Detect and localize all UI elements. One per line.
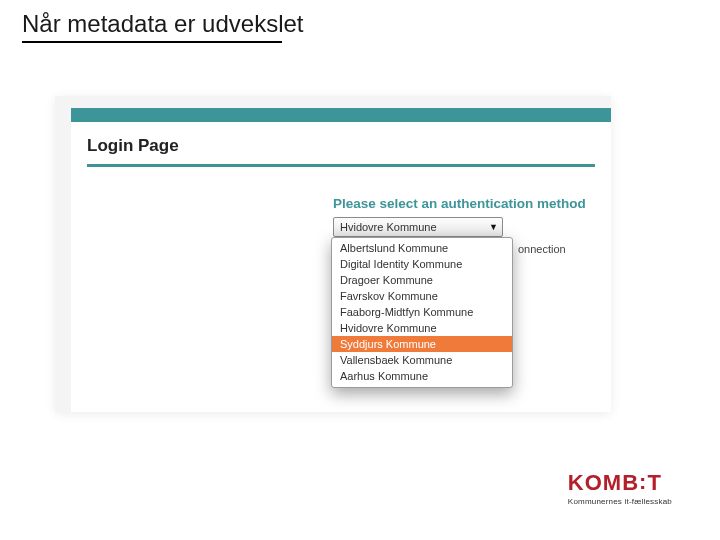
page-body: Login Page Please select an authenticati…: [71, 122, 611, 412]
app-topbar: [71, 108, 611, 122]
slide-title-underline: [22, 41, 282, 43]
auth-select-value: Hvidovre Kommune: [340, 221, 437, 233]
footer-logo: KOMB:T Kommunernes it-fællesskab: [568, 470, 672, 506]
auth-option[interactable]: Aarhus Kommune: [332, 368, 512, 384]
auth-option[interactable]: Vallensbaek Kommune: [332, 352, 512, 368]
auth-option[interactable]: Dragoer Kommune: [332, 272, 512, 288]
auth-select-wrap: Hvidovre Kommune ▼ onnection Albertslund…: [333, 217, 633, 237]
auth-select-dropdown[interactable]: Albertslund KommuneDigital Identity Komm…: [331, 237, 513, 388]
page-title: Login Page: [87, 136, 595, 156]
auth-option[interactable]: Syddjurs Kommune: [332, 336, 512, 352]
truncated-side-text: onnection: [518, 243, 566, 255]
auth-option[interactable]: Hvidovre Kommune: [332, 320, 512, 336]
auth-option[interactable]: Albertslund Kommune: [332, 240, 512, 256]
brand-logo: KOMB:T: [568, 470, 672, 496]
auth-area: Please select an authentication method H…: [333, 196, 633, 237]
brand-tagline: Kommunernes it-fællesskab: [568, 497, 672, 506]
heading-rule: [87, 164, 595, 167]
embedded-screenshot: Login Page Please select an authenticati…: [55, 96, 611, 412]
slide: Når metadata er udvekslet Login Page Ple…: [0, 0, 720, 540]
auth-option[interactable]: Digital Identity Kommune: [332, 256, 512, 272]
slide-title: Når metadata er udvekslet: [22, 10, 303, 38]
auth-select[interactable]: Hvidovre Kommune ▼: [333, 217, 503, 237]
auth-option[interactable]: Favrskov Kommune: [332, 288, 512, 304]
auth-option[interactable]: Faaborg-Midtfyn Kommune: [332, 304, 512, 320]
chevron-down-icon: ▼: [489, 222, 498, 232]
auth-prompt: Please select an authentication method: [333, 196, 633, 211]
